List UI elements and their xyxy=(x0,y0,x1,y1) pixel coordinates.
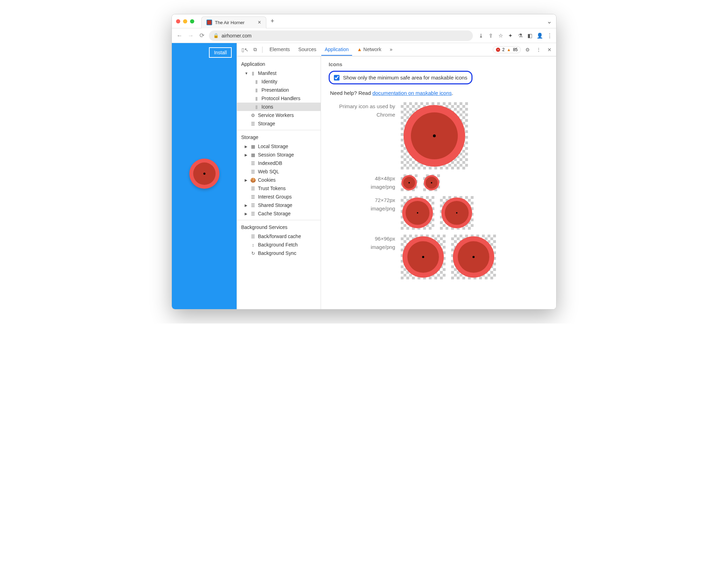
icon-preview xyxy=(401,174,418,191)
warn-icon: ▲ xyxy=(507,47,511,52)
reload-button[interactable]: ⟳ xyxy=(198,32,206,39)
database-icon: ☰ xyxy=(250,194,256,200)
new-tab-button[interactable]: + xyxy=(271,18,274,25)
webpage-viewport: Install xyxy=(172,43,237,309)
icon-row: 96×96pximage/png xyxy=(329,235,548,279)
address-bar[interactable]: 🔒 airhorner.com xyxy=(209,30,473,41)
sidebar-item-trust-tokens[interactable]: ☰Trust Tokens xyxy=(237,184,321,193)
cookie-icon: 🍪 xyxy=(250,177,256,183)
database-icon: ☰ xyxy=(250,234,256,239)
panel-title: Icons xyxy=(329,61,548,67)
issues-pill[interactable]: × 2 ▲ 85 xyxy=(493,46,521,53)
section-application: Application xyxy=(237,59,321,69)
close-window-button[interactable] xyxy=(176,19,180,23)
sidebar-item-service-workers[interactable]: ⚙Service Workers xyxy=(237,111,321,119)
tab-application[interactable]: Application xyxy=(321,44,352,56)
sidebar-item-indexeddb[interactable]: ☰IndexedDB xyxy=(237,159,321,167)
url-text: airhorner.com xyxy=(222,33,252,39)
profile-icon[interactable]: 👤 xyxy=(537,33,543,39)
section-storage: Storage xyxy=(237,132,321,142)
url-actions: ⤓ ⇪ ☆ ✦ ⚗ ◧ 👤 ⋮ xyxy=(478,33,553,39)
share-icon[interactable]: ⇪ xyxy=(488,33,494,39)
install-icon[interactable]: ⤓ xyxy=(478,33,484,39)
icon-row: 48×48pximage/png xyxy=(329,174,548,191)
devtools-tabs: Elements Sources Application ▲Network » xyxy=(266,44,396,56)
icon-preview xyxy=(401,235,446,279)
tab-sources[interactable]: Sources xyxy=(295,44,320,56)
gear-icon: ⚙ xyxy=(250,112,256,118)
fetch-icon: ↕ xyxy=(250,242,256,248)
maskable-checkbox[interactable] xyxy=(334,75,340,81)
maskable-checkbox-label: Show only the minimum safe area for mask… xyxy=(343,75,467,81)
icons-panel: Icons Show only the minimum safe area fo… xyxy=(321,56,556,309)
tab-elements[interactable]: Elements xyxy=(266,44,293,56)
devtools-menu-icon[interactable]: ⋮ xyxy=(534,46,543,53)
inspect-icon[interactable]: ▯↖ xyxy=(240,46,250,53)
database-icon: ☰ xyxy=(250,121,256,126)
tab-title: The Air Horner xyxy=(215,20,245,25)
settings-icon[interactable]: ⚙ xyxy=(524,46,532,53)
airhorn-button[interactable] xyxy=(189,159,219,189)
help-link[interactable]: documentation on maskable icons xyxy=(372,90,452,96)
icon-row-label: 96×96pximage/png xyxy=(329,235,395,251)
file-icon xyxy=(254,79,259,84)
close-tab-icon[interactable]: × xyxy=(258,19,261,26)
browser-tab[interactable]: The Air Horner × xyxy=(201,16,266,28)
titlebar: The Air Horner × + ⌄ xyxy=(172,14,556,28)
sidebar-item-background-sync[interactable]: ↻Background Sync xyxy=(237,249,321,257)
sidebar-item-local-storage[interactable]: ▶▦Local Storage xyxy=(237,142,321,151)
sidebar-item-bfcache[interactable]: ☰Back/forward cache xyxy=(237,232,321,241)
maximize-window-button[interactable] xyxy=(190,19,194,23)
section-background-services: Background Services xyxy=(237,222,321,232)
database-icon: ☰ xyxy=(250,160,256,166)
icon-preview xyxy=(440,196,474,230)
tabs-menu-icon[interactable]: ⌄ xyxy=(547,18,552,25)
grid-icon: ▦ xyxy=(250,152,256,158)
sidebar-item-storage[interactable]: ☰Storage xyxy=(237,119,321,128)
favicon xyxy=(206,20,212,25)
devtools-panel: ▯↖ ⧉ Elements Sources Application ▲Netwo… xyxy=(237,43,556,309)
application-sidebar: Application ▼Manifest Identity Presentat… xyxy=(237,56,321,309)
menu-icon[interactable]: ⋮ xyxy=(546,33,553,39)
install-button[interactable]: Install xyxy=(209,47,232,58)
file-icon xyxy=(254,87,259,93)
sidebar-item-presentation[interactable]: Presentation xyxy=(237,86,321,94)
close-devtools-icon[interactable]: ✕ xyxy=(546,46,553,53)
warn-count: 85 xyxy=(513,47,518,52)
back-button[interactable]: ← xyxy=(175,32,184,39)
database-icon: ☰ xyxy=(250,202,256,208)
tab-network[interactable]: ▲Network xyxy=(354,44,385,56)
database-icon: ☰ xyxy=(250,169,256,174)
sidebar-item-session-storage[interactable]: ▶▦Session Storage xyxy=(237,151,321,159)
sidebar-item-cache-storage[interactable]: ▶☰Cache Storage xyxy=(237,209,321,218)
database-icon: ☰ xyxy=(250,211,256,216)
sync-icon: ↻ xyxy=(250,250,256,256)
maskable-checkbox-row: Show only the minimum safe area for mask… xyxy=(329,71,472,84)
labs-icon[interactable]: ⚗ xyxy=(517,33,523,39)
sidebar-item-shared-storage[interactable]: ▶☰Shared Storage xyxy=(237,201,321,209)
sidebar-item-web-sql[interactable]: ☰Web SQL xyxy=(237,167,321,176)
lock-icon: 🔒 xyxy=(213,33,219,38)
side-panel-icon[interactable]: ◧ xyxy=(527,33,533,39)
error-count: 2 xyxy=(502,47,505,52)
sidebar-item-icons[interactable]: Icons xyxy=(237,103,321,111)
minimize-window-button[interactable] xyxy=(183,19,187,23)
grid-icon: ▦ xyxy=(250,144,256,149)
more-tabs-icon[interactable]: » xyxy=(386,44,396,56)
file-icon xyxy=(254,104,259,110)
window-controls xyxy=(176,19,194,23)
extensions-icon[interactable]: ✦ xyxy=(507,33,513,39)
sidebar-item-cookies[interactable]: ▶🍪Cookies xyxy=(237,176,321,184)
sidebar-item-interest-groups[interactable]: ☰Interest Groups xyxy=(237,193,321,201)
sidebar-item-manifest[interactable]: ▼Manifest xyxy=(237,69,321,77)
file-icon xyxy=(254,96,259,101)
sidebar-item-background-fetch[interactable]: ↕Background Fetch xyxy=(237,241,321,249)
forward-button[interactable]: → xyxy=(187,32,195,39)
error-icon: × xyxy=(496,48,500,52)
bookmark-icon[interactable]: ☆ xyxy=(497,33,504,39)
sidebar-item-identity[interactable]: Identity xyxy=(237,77,321,86)
device-toggle-icon[interactable]: ⧉ xyxy=(252,46,259,53)
icon-preview xyxy=(401,102,468,169)
file-icon xyxy=(250,70,256,76)
sidebar-item-protocol-handlers[interactable]: Protocol Handlers xyxy=(237,94,321,103)
